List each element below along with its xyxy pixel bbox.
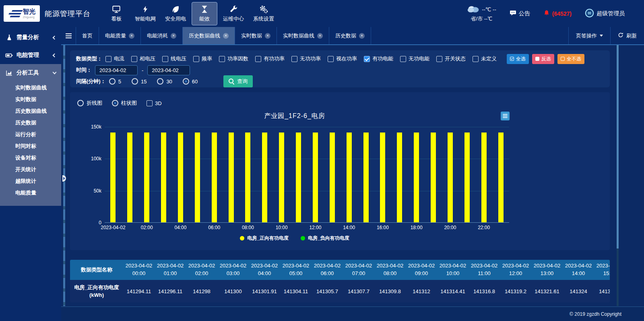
type-checkbox-item[interactable]: 电流	[105, 55, 124, 62]
sidebar-item[interactable]: 设备对标	[0, 152, 61, 164]
sidebar-item[interactable]: 实时数据	[0, 93, 61, 105]
query-button[interactable]: 查询	[223, 75, 253, 87]
checkbox-checked-icon[interactable]	[364, 56, 370, 62]
interval-radio-item[interactable]: 15	[132, 78, 147, 85]
tab-close-icon[interactable]: ×	[171, 33, 176, 39]
checkbox-icon[interactable]	[131, 56, 137, 62]
tab-0[interactable]: 首页	[76, 27, 99, 44]
type-checkbox-item[interactable]: 功率因数	[219, 55, 248, 62]
checkbox-icon[interactable]	[328, 56, 334, 62]
bar[interactable]	[363, 133, 369, 222]
radio-selected-icon[interactable]	[183, 78, 189, 85]
type-checkbox-item[interactable]: 无功功率	[291, 55, 321, 62]
tab-4[interactable]: 实时数据×	[235, 27, 277, 44]
nav-item-gears[interactable]: 系统设置	[250, 2, 278, 25]
bar[interactable]	[144, 133, 149, 222]
bar[interactable]	[464, 133, 470, 222]
tab-close-icon[interactable]: ×	[359, 33, 365, 39]
interval-radio-item[interactable]: 60	[183, 78, 198, 85]
type-checkbox-item[interactable]: 开关状态	[436, 55, 466, 62]
user-menu[interactable]: 超级管理员	[585, 8, 625, 19]
checkbox-icon[interactable]	[291, 56, 297, 62]
bar[interactable]	[448, 133, 453, 222]
checkbox-icon[interactable]	[193, 56, 199, 62]
type-checkbox-item[interactable]: 视在功率	[328, 55, 357, 62]
tab-close-icon[interactable]: ×	[223, 33, 229, 39]
sidebar-group-2[interactable]: 分析工具	[0, 64, 61, 82]
type-checkbox-item[interactable]: 未定义	[473, 55, 497, 62]
tab-3[interactable]: 历史数据曲线×	[183, 27, 235, 44]
interval-radio-item[interactable]: 30	[157, 78, 172, 85]
bar[interactable]	[245, 133, 250, 222]
bar-chart-radio[interactable]: 柱状图	[112, 99, 137, 107]
bar[interactable]	[229, 133, 234, 222]
tab-5[interactable]: 实时数据曲线×	[277, 27, 329, 44]
bar[interactable]	[212, 133, 217, 222]
type-checkbox-item[interactable]: 有功功率	[255, 55, 285, 62]
sidebar-item[interactable]: 历史数据	[0, 117, 61, 128]
checkbox-icon[interactable]	[162, 56, 168, 62]
sidebar-item[interactable]: 电能质量	[0, 187, 61, 199]
checkbox-icon[interactable]	[105, 56, 111, 62]
bar[interactable]	[380, 133, 385, 222]
bar[interactable]	[296, 133, 301, 222]
select-all-button[interactable]: 全选	[507, 54, 529, 64]
sidebar-item[interactable]: 运行分析	[0, 128, 61, 140]
bar[interactable]	[330, 133, 335, 222]
nav-item-hourglass[interactable]: 能效	[192, 2, 217, 25]
radio-icon[interactable]	[109, 78, 116, 85]
checkbox-icon[interactable]	[255, 56, 261, 62]
bar[interactable]	[127, 133, 132, 222]
select-none-button[interactable]: 全不选	[557, 54, 584, 64]
sidebar-group-0[interactable]: 需量分析	[0, 29, 61, 46]
interval-radio-item[interactable]: 5	[109, 78, 121, 85]
radio-icon[interactable]	[157, 78, 163, 85]
refresh-button[interactable]: 刷新	[610, 27, 644, 44]
sidebar-item[interactable]: 历史数据曲线	[0, 105, 61, 117]
checkbox-icon[interactable]	[436, 56, 442, 62]
bar[interactable]	[195, 133, 200, 222]
bar[interactable]	[178, 133, 183, 222]
tab-hamburger-button[interactable]	[61, 27, 76, 44]
tab-actions-dropdown[interactable]: 页签操作	[568, 27, 610, 44]
bar[interactable]	[262, 133, 267, 222]
type-checkbox-item[interactable]: 线电压	[162, 55, 186, 62]
tab-close-icon[interactable]: ×	[129, 33, 134, 39]
type-checkbox-item[interactable]: 有功电能	[364, 55, 393, 62]
chart-toolbox-button[interactable]	[501, 112, 510, 120]
bar[interactable]	[481, 133, 487, 222]
bar[interactable]	[431, 133, 436, 222]
checkbox-icon[interactable]	[473, 56, 479, 62]
alarm-button[interactable]: (64527)	[543, 9, 572, 18]
bar[interactable]	[161, 133, 166, 222]
tab-close-icon[interactable]: ×	[317, 33, 323, 39]
legend-item-forward[interactable]: 电房_正向有功电度	[240, 235, 289, 242]
nav-item-wrench[interactable]: 运维中心	[219, 2, 248, 25]
invert-select-button[interactable]: 反选	[532, 54, 554, 64]
radio-icon[interactable]	[132, 78, 138, 85]
type-checkbox-item[interactable]: 频率	[193, 55, 212, 62]
checkbox-icon[interactable]	[400, 56, 406, 62]
sidebar-item[interactable]: 开关统计	[0, 164, 61, 175]
date-from-input[interactable]	[95, 65, 138, 75]
nav-item-lightning[interactable]: 智能电网	[131, 2, 159, 25]
sidebar-group-1[interactable]: 电能管理	[0, 46, 61, 64]
bar[interactable]	[414, 133, 419, 222]
tab-1[interactable]: 电能质量×	[99, 27, 141, 44]
bar[interactable]	[498, 133, 504, 222]
line-chart-radio[interactable]: 折线图	[77, 99, 102, 107]
bar[interactable]	[110, 133, 116, 222]
bar[interactable]	[279, 133, 284, 222]
date-to-input[interactable]	[147, 65, 190, 75]
sidebar-item[interactable]: 时间对标	[0, 140, 61, 152]
type-checkbox-item[interactable]: 相电压	[131, 55, 155, 62]
type-checkbox-item[interactable]: 无功电能	[400, 55, 429, 62]
brand-logo[interactable]: 智光 Zhiguang	[4, 5, 40, 22]
tab-2[interactable]: 电能消耗×	[141, 27, 183, 44]
tab-close-icon[interactable]: ×	[265, 33, 270, 39]
sidebar-item[interactable]: 越限统计	[0, 175, 61, 187]
bar[interactable]	[347, 133, 352, 222]
threed-checkbox[interactable]: 3D	[147, 100, 162, 106]
checkbox-icon[interactable]	[219, 56, 225, 62]
nav-item-monitor[interactable]: 看板	[103, 2, 129, 25]
